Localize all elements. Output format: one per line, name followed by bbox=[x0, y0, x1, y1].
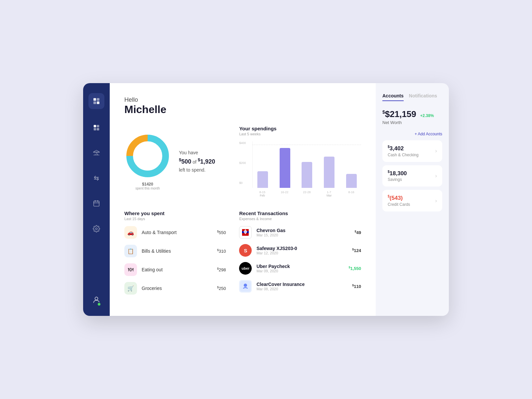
account-type: Savings bbox=[388, 177, 435, 182]
tab-accounts[interactable]: Accounts bbox=[382, 93, 404, 101]
account-card[interactable]: $18,300Savings› bbox=[382, 165, 442, 187]
transaction-date: Mar 08, 2020 bbox=[256, 287, 347, 291]
spending-section: Your spendings Last 5 weeks $400$200$08-… bbox=[239, 126, 361, 197]
sidebar-item-settings[interactable] bbox=[90, 222, 103, 235]
svg-point-13 bbox=[95, 297, 98, 300]
where-spent-title: Where you spent bbox=[124, 210, 226, 216]
sidebar-avatar[interactable] bbox=[92, 296, 101, 306]
transaction-amount: $1,550 bbox=[348, 266, 361, 271]
svg-rect-8 bbox=[94, 201, 99, 206]
add-accounts-link[interactable]: + Add Accounts bbox=[382, 132, 442, 136]
transactions-title: Recent Transactions bbox=[239, 210, 361, 216]
category-amount: $550 bbox=[217, 230, 226, 235]
main-content: Hello Michelle $1420 bbox=[110, 83, 376, 316]
category-amount: $310 bbox=[217, 248, 226, 254]
category-icon: 📋 bbox=[124, 245, 137, 257]
account-balance: $(543) bbox=[388, 195, 435, 201]
svg-rect-7 bbox=[97, 128, 99, 130]
bar-group bbox=[320, 157, 339, 188]
where-spent-section: Where you spent Last 15 days 🚗Auto & Tra… bbox=[124, 210, 226, 295]
svg-rect-3 bbox=[97, 101, 99, 104]
category-name: Auto & Transport bbox=[142, 230, 212, 235]
category-amount: $250 bbox=[217, 286, 226, 291]
net-worth-label: Net Worth bbox=[382, 120, 442, 125]
transaction-item: SSafeway XJS203-0Mar 12, 2020$124 bbox=[239, 244, 361, 257]
account-balance: $3,402 bbox=[388, 145, 435, 152]
sidebar-item-dashboard[interactable] bbox=[90, 121, 103, 134]
account-card[interactable]: $3,402Cash & Checking› bbox=[382, 140, 442, 162]
budget-section: $1420 spent this month You have $500 of … bbox=[124, 126, 226, 197]
svg-rect-1 bbox=[97, 98, 99, 101]
account-type: Cash & Checking bbox=[388, 153, 435, 157]
transaction-logo-clearcover bbox=[239, 280, 252, 293]
transaction-amount: $49 bbox=[355, 230, 361, 235]
svg-rect-6 bbox=[94, 128, 96, 130]
budget-prefix: You have bbox=[179, 150, 198, 155]
budget-suffix: left to spend. bbox=[179, 167, 205, 173]
svg-rect-0 bbox=[93, 98, 96, 101]
transaction-info: Chevron GasMar 15, 2020 bbox=[256, 228, 350, 237]
app-container: Hello Michelle $1420 bbox=[83, 83, 449, 316]
category-item: 🛒Groceries$250 bbox=[124, 282, 226, 295]
transaction-amount: $110 bbox=[352, 284, 361, 289]
budget-available: 500 bbox=[181, 158, 191, 165]
sidebar-logo bbox=[88, 93, 104, 109]
transaction-logo-chevron bbox=[239, 226, 252, 239]
category-icon: 🍽 bbox=[124, 263, 137, 276]
greeting-hello: Hello bbox=[124, 96, 361, 103]
svg-rect-2 bbox=[93, 101, 96, 104]
category-name: Groceries bbox=[142, 286, 212, 291]
svg-rect-4 bbox=[94, 125, 96, 127]
transaction-name: Safeway XJS203-0 bbox=[256, 246, 347, 251]
sidebar-item-bank[interactable] bbox=[90, 146, 103, 160]
category-item: 📋Bills & Utilities$310 bbox=[124, 245, 226, 257]
transaction-item: ClearCover InsuranceMar 08, 2020$110 bbox=[239, 280, 361, 293]
bar-group bbox=[253, 171, 272, 188]
spent-label: spent this month bbox=[135, 187, 160, 190]
net-worth-amount: $$21,159 bbox=[382, 109, 416, 119]
category-item: 🚗Auto & Transport$550 bbox=[124, 226, 226, 239]
transaction-date: Mar 12, 2020 bbox=[256, 251, 347, 255]
category-icon: 🚗 bbox=[124, 226, 137, 239]
transaction-list: Chevron GasMar 15, 2020$49SSafeway XJS20… bbox=[239, 226, 361, 293]
category-amount: $298 bbox=[217, 267, 226, 272]
sidebar bbox=[83, 83, 110, 316]
tab-notifications[interactable]: Notifications bbox=[409, 93, 437, 101]
transaction-amount: $124 bbox=[352, 248, 361, 253]
transaction-item: Chevron GasMar 15, 2020$49 bbox=[239, 226, 361, 239]
account-arrow-icon: › bbox=[435, 173, 437, 179]
transaction-logo-uber: uber bbox=[239, 262, 252, 275]
accounts-list: $3,402Cash & Checking›$18,300Savings›$(5… bbox=[382, 140, 442, 215]
category-item: 🍽Eating out$298 bbox=[124, 263, 226, 276]
bar bbox=[302, 162, 312, 188]
panel-tabs: Accounts Notifications bbox=[382, 93, 442, 101]
category-name: Bills & Utilities bbox=[142, 248, 212, 254]
greeting-name: Michelle bbox=[124, 103, 361, 116]
sidebar-item-transfer[interactable] bbox=[90, 172, 103, 185]
bar bbox=[346, 174, 357, 188]
bar-group bbox=[297, 162, 317, 188]
sidebar-item-calendar[interactable] bbox=[90, 197, 103, 210]
transaction-logo-safeway: S bbox=[239, 244, 252, 257]
transaction-item: uberUber PaycheckMar 09, 2020$1,550 bbox=[239, 262, 361, 275]
account-arrow-icon: › bbox=[435, 148, 437, 154]
transaction-name: Uber Paycheck bbox=[256, 264, 344, 269]
category-name: Eating out bbox=[142, 267, 212, 272]
net-worth-section: $$21,159 +2.38% Net Worth bbox=[382, 109, 442, 125]
transaction-date: Mar 09, 2020 bbox=[256, 269, 344, 273]
bar bbox=[257, 171, 268, 188]
svg-rect-5 bbox=[97, 125, 99, 127]
account-card[interactable]: $(543)Credit Cards› bbox=[382, 190, 442, 211]
bar-group bbox=[275, 148, 295, 188]
account-arrow-icon: › bbox=[435, 198, 437, 204]
bar bbox=[324, 157, 334, 188]
svg-point-12 bbox=[95, 228, 97, 230]
transaction-name: ClearCover Insurance bbox=[256, 282, 347, 287]
net-worth-change: +2.38% bbox=[420, 113, 434, 118]
account-type: Credit Cards bbox=[388, 202, 435, 207]
spending-subtitle: Last 5 weeks bbox=[239, 132, 361, 136]
donut-chart bbox=[124, 133, 171, 179]
bar-chart bbox=[252, 141, 361, 188]
account-balance: $18,300 bbox=[388, 170, 435, 177]
spending-title: Your spendings bbox=[239, 126, 361, 131]
